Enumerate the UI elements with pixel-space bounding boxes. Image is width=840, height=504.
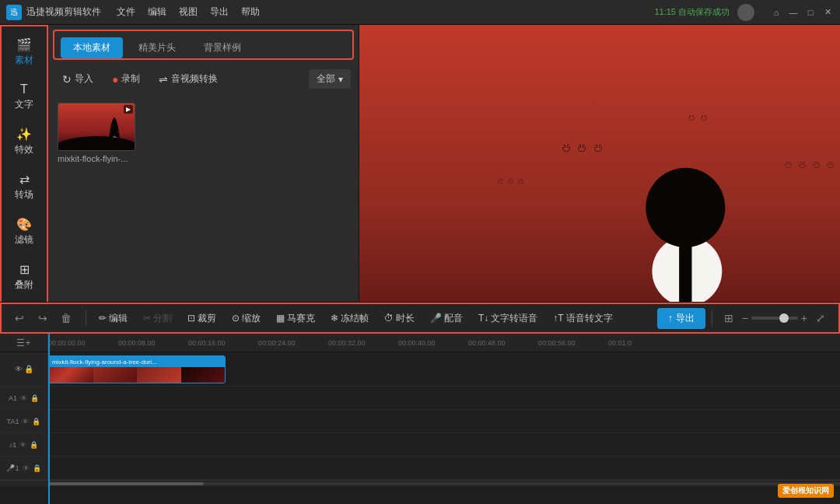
redo-button[interactable]: ↪ [33,308,53,328]
clip-frame-2 [93,367,138,383]
sub-eye-icon-2[interactable]: 👁 [22,418,29,425]
ruler-marks: 00:00:00.00 00:00:08.00 00:00:16.00 00:0… [48,334,840,352]
sub-eye-icon[interactable]: 👁 [20,394,27,402]
ruler-mark-8: 00:01:0 [608,339,632,347]
scale-button[interactable]: ⊙ 缩放 [226,309,267,328]
media-thumbnail[interactable]: ▶ [58,103,135,151]
sidebar-item-effects[interactable]: ✨ 特效 [2,119,47,164]
sidebar-item-filter[interactable]: 🎨 滤镜 [2,209,47,254]
sub-lock-icon-3[interactable]: 🔒 [30,441,38,449]
zoom-thumb [779,313,789,323]
svg-point-7 [646,168,725,247]
clip-header: mixkit-flock-flying-around-a-tree-duri..… [49,356,225,367]
export-button[interactable]: ↑ 导出 [657,308,705,329]
svg-text:𐦒 𐦒: 𐦒 𐦒 [687,112,708,123]
tab-background[interactable]: 背景样例 [191,37,254,58]
filter-button[interactable]: 全部 ▾ [309,69,351,89]
add-track-button[interactable]: ☰+ [0,334,48,352]
audio-button[interactable]: 🎤 配音 [424,309,469,328]
fullscreen-button[interactable]: ⤢ [810,308,831,328]
tab-premium[interactable]: 精美片头 [126,37,188,58]
menu-export[interactable]: 导出 [210,5,229,19]
zoom-slider[interactable] [751,317,798,320]
ruler-mark-5: 00:00:40.00 [398,339,436,347]
edit-button[interactable]: ✏ 编辑 [93,309,134,328]
clip-frames [49,367,225,383]
sidebar-label-overlay: 叠附 [5,278,44,292]
snapshot-button[interactable]: ⊞ [719,308,739,328]
video-track-label: 👁 🔒 [0,352,48,386]
menu-view[interactable]: 视图 [179,5,198,19]
scrollbar-thumb[interactable] [48,482,204,485]
sidebar-item-overlay[interactable]: ⊞ 叠附 [2,254,47,299]
menu-bar: 文件 编辑 视图 导出 帮助 [117,5,654,19]
split-icon: ✂ [143,313,151,324]
freeze-button[interactable]: ❄ 冻结帧 [324,309,375,328]
menu-edit[interactable]: 编辑 [148,5,166,19]
import-icon: ↻ [62,73,72,86]
video-clip[interactable]: mixkit-flock-flying-around-a-tree-duri..… [48,355,226,383]
video-track-content: mixkit-flock-flying-around-a-tree-duri..… [48,352,840,386]
toolbar-separator-1 [86,310,86,326]
import-button[interactable]: ↻ 导入 [56,69,100,89]
avatar[interactable] [737,4,754,21]
play-icon: ▶ [124,105,133,114]
transition-icon: ⇄ [5,172,44,187]
minimize-btn[interactable]: — [787,6,800,19]
zoom-in-button[interactable]: + [801,312,807,324]
undo-button[interactable]: ↩ [9,308,30,328]
masque-button[interactable]: ▦ 马赛克 [270,309,321,328]
crop-button[interactable]: ⊡ 裁剪 [181,309,222,328]
ruler-mark-6: 00:00:48.00 [468,339,506,347]
record-button[interactable]: ● 录制 [106,69,146,89]
convert-button[interactable]: ⇌ 音视频转换 [152,69,224,89]
timeline-container: ☰+ 00:00:00.00 00:00:08.00 00:00:16.00 0… [0,334,840,504]
sidebar-item-material[interactable]: 🎬 素材 [2,30,47,75]
titlebar: 迅 迅捷视频剪辑软件 文件 编辑 视图 导出 帮助 11:15 自动保存成功 ⌂… [0,0,840,25]
sidebar-label-filter: 滤镜 [5,233,44,247]
sidebar-item-text[interactable]: T 文字 [2,75,47,119]
delete-button[interactable]: 🗑 [56,308,76,328]
home-btn[interactable]: ⌂ [770,6,782,19]
menu-file[interactable]: 文件 [117,5,135,19]
eye-icon[interactable]: 👁 [15,365,23,373]
sub-track-label-3: ♪1 👁 🔒 [0,433,48,456]
sub-eye-icon-3[interactable]: 👁 [19,441,26,449]
split-button[interactable]: ✂ 分割 [137,309,178,328]
titlebar-right: 11:15 自动保存成功 ⌂ — □ ✕ [654,4,834,21]
speech-to-text-button[interactable]: ↑T 语音转文字 [547,309,618,328]
ruler-mark-2: 00:00:16.00 [188,339,226,347]
timeline-ruler: ☰+ 00:00:00.00 00:00:08.00 00:00:16.00 0… [0,334,840,352]
text-to-speech-button[interactable]: T↓ 文字转语音 [472,309,544,328]
toolbar-separator-2 [712,310,712,326]
sub-eye-icon-4[interactable]: 👁 [23,464,30,472]
scrollbar-track [48,482,840,485]
convert-icon: ⇌ [159,73,168,86]
sidebar-label-material: 素材 [5,54,44,67]
sub-track-1: A1 👁 🔒 [0,387,840,410]
sidebar-item-transition[interactable]: ⇄ 转场 [2,164,47,209]
menu-help[interactable]: 帮助 [241,5,260,19]
ruler-mark-1: 00:00:08.00 [118,339,156,347]
ruler-mark-7: 00:00:56.00 [538,339,576,347]
record-icon: ● [112,73,118,86]
close-btn[interactable]: ✕ [821,6,834,19]
playhead-line[interactable] [48,334,50,504]
ruler-mark-3: 00:00:24.00 [258,339,296,347]
tts-icon: T↓ [478,313,488,324]
zoom-out-button[interactable]: − [742,312,748,324]
sub-track-label-2: TA1 👁 🔒 [0,410,48,432]
tab-local[interactable]: 本地素材 [61,37,123,58]
duration-button[interactable]: ⏱ 时长 [378,309,421,328]
mic-track-icon: 🎤1 [6,464,19,472]
chevron-down-icon: ▾ [338,74,343,85]
sub-lock-icon[interactable]: 🔒 [30,394,39,402]
sub-lock-icon-2[interactable]: 🔒 [32,418,40,425]
maximize-btn[interactable]: □ [804,6,817,19]
text-icon: T [5,82,44,96]
sub-lock-icon-4[interactable]: 🔒 [33,464,41,472]
lock-icon[interactable]: 🔒 [24,365,33,373]
sub-track-4: 🎤1 👁 🔒 [0,457,840,480]
media-item[interactable]: ▶ mixkit-flock-flyin-... [58,103,135,163]
svg-text:𐦒 𐦒 𐦒: 𐦒 𐦒 𐦒 [496,177,524,185]
